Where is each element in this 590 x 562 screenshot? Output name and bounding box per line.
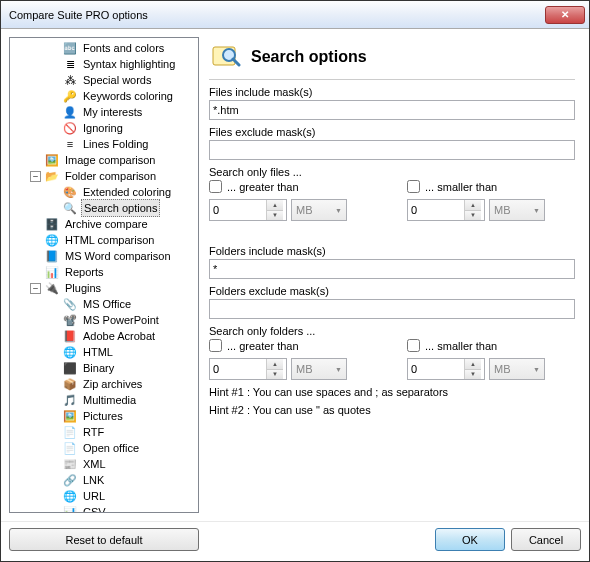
tree-item[interactable]: 🖼️Pictures: [10, 408, 198, 424]
files-exclude-label: Files exclude mask(s): [209, 126, 575, 138]
tree-item-label: RTF: [81, 424, 106, 440]
divider: [209, 79, 575, 80]
spin-down-icon[interactable]: ▼: [266, 370, 283, 380]
tree-item[interactable]: 📊Reports: [10, 264, 198, 280]
window-title: Compare Suite PRO options: [9, 9, 545, 21]
tree-item[interactable]: −🔌Plugins: [10, 280, 198, 296]
folders-smaller-spin[interactable]: ▲▼: [407, 358, 485, 380]
tree-item[interactable]: 📽️MS PowerPoint: [10, 312, 198, 328]
tree-item[interactable]: 🌐HTML: [10, 344, 198, 360]
folders-greater-spin[interactable]: ▲▼: [209, 358, 287, 380]
spin-up-icon[interactable]: ▲: [266, 200, 283, 211]
tree-item-label: Syntax highlighting: [81, 56, 177, 72]
tree-item[interactable]: 👤My interests: [10, 104, 198, 120]
tree-item-icon: 📄: [62, 424, 78, 440]
tree-item-label: MS Office: [81, 296, 133, 312]
folders-smaller-checkbox[interactable]: [407, 339, 420, 352]
files-greater-label: ... greater than: [227, 181, 299, 193]
folders-greater-unit[interactable]: MB▼: [291, 358, 347, 380]
folders-greater-value[interactable]: [210, 359, 266, 379]
tree-item-label: Pictures: [81, 408, 125, 424]
files-include-input[interactable]: [209, 100, 575, 120]
tree-item[interactable]: ≣Syntax highlighting: [10, 56, 198, 72]
tree-item-icon: 📦: [62, 376, 78, 392]
spin-up-icon[interactable]: ▲: [266, 359, 283, 370]
tree-item[interactable]: −📂Folder comparison: [10, 168, 198, 184]
tree-item-label: Folder comparison: [63, 168, 158, 184]
tree-item[interactable]: 📊CSV: [10, 504, 198, 513]
tree-item[interactable]: 🎨Extended coloring: [10, 184, 198, 200]
tree-item-label: Lines Folding: [81, 136, 150, 152]
tree-item[interactable]: 📘MS Word comparison: [10, 248, 198, 264]
close-button[interactable]: ✕: [545, 6, 585, 24]
tree-item[interactable]: 🖼️Image comparison: [10, 152, 198, 168]
cancel-button[interactable]: Cancel: [511, 528, 581, 551]
files-smaller-checkbox[interactable]: [407, 180, 420, 193]
tree-item[interactable]: 🚫Ignoring: [10, 120, 198, 136]
spin-down-icon[interactable]: ▼: [266, 211, 283, 221]
tree-item-label: CSV: [81, 504, 108, 513]
tree-item[interactable]: 🎵Multimedia: [10, 392, 198, 408]
folders-greater-label: ... greater than: [227, 340, 299, 352]
tree-item-icon: ⬛: [62, 360, 78, 376]
spin-up-icon[interactable]: ▲: [464, 359, 481, 370]
tree-item-icon: 📰: [62, 456, 78, 472]
tree-item-icon: 🔑: [62, 88, 78, 104]
tree-item-label: Zip archives: [81, 376, 144, 392]
spin-up-icon[interactable]: ▲: [464, 200, 481, 211]
tree-item-icon: 🎨: [62, 184, 78, 200]
tree-toggle-icon[interactable]: −: [30, 283, 41, 294]
reset-button[interactable]: Reset to default: [9, 528, 199, 551]
tree-item[interactable]: 🔗LNK: [10, 472, 198, 488]
tree-item[interactable]: 🔤Fonts and colors: [10, 40, 198, 56]
files-greater-spin[interactable]: ▲▼: [209, 199, 287, 221]
tree-item-icon: 📕: [62, 328, 78, 344]
files-greater-value[interactable]: [210, 200, 266, 220]
tree-item[interactable]: 📄RTF: [10, 424, 198, 440]
folders-exclude-label: Folders exclude mask(s): [209, 285, 575, 297]
files-smaller-spin[interactable]: ▲▼: [407, 199, 485, 221]
chevron-down-icon: ▼: [335, 207, 342, 214]
tree-item[interactable]: 🌐URL: [10, 488, 198, 504]
tree-item[interactable]: 📰XML: [10, 456, 198, 472]
tree-item-icon: ≣: [62, 56, 78, 72]
spin-down-icon[interactable]: ▼: [464, 370, 481, 380]
tree-item-icon: 🌐: [62, 344, 78, 360]
files-smaller-label: ... smaller than: [425, 181, 497, 193]
tree-item[interactable]: ⬛Binary: [10, 360, 198, 376]
tree-item-label: Special words: [81, 72, 153, 88]
close-icon: ✕: [561, 9, 569, 20]
options-tree[interactable]: 🔤Fonts and colors≣Syntax highlighting⁂Sp…: [9, 37, 199, 513]
folders-greater-checkbox[interactable]: [209, 339, 222, 352]
tree-item[interactable]: 🗄️Archive compare: [10, 216, 198, 232]
files-smaller-value[interactable]: [408, 200, 464, 220]
tree-item-icon: 🔤: [62, 40, 78, 56]
files-greater-unit[interactable]: MB▼: [291, 199, 347, 221]
files-exclude-input[interactable]: [209, 140, 575, 160]
tree-item-icon: ≡: [62, 136, 78, 152]
tree-item[interactable]: 📦Zip archives: [10, 376, 198, 392]
tree-item-icon: 🌐: [44, 232, 60, 248]
tree-item-label: Adobe Acrobat: [81, 328, 157, 344]
tree-item[interactable]: 🌐HTML comparison: [10, 232, 198, 248]
search-options-icon: [209, 41, 241, 73]
folders-include-input[interactable]: [209, 259, 575, 279]
tree-item-icon: 🚫: [62, 120, 78, 136]
folders-smaller-value[interactable]: [408, 359, 464, 379]
folders-smaller-unit[interactable]: MB▼: [489, 358, 545, 380]
tree-item[interactable]: ⁂Special words: [10, 72, 198, 88]
tree-item[interactable]: 🔑Keywords coloring: [10, 88, 198, 104]
files-greater-checkbox[interactable]: [209, 180, 222, 193]
tree-item-icon: 📽️: [62, 312, 78, 328]
tree-toggle-icon[interactable]: −: [30, 171, 41, 182]
files-smaller-unit[interactable]: MB▼: [489, 199, 545, 221]
folders-exclude-input[interactable]: [209, 299, 575, 319]
spin-down-icon[interactable]: ▼: [464, 211, 481, 221]
ok-button[interactable]: OK: [435, 528, 505, 551]
tree-item[interactable]: 📎MS Office: [10, 296, 198, 312]
tree-item[interactable]: ≡Lines Folding: [10, 136, 198, 152]
tree-item[interactable]: 📄Open office: [10, 440, 198, 456]
tree-item[interactable]: 📕Adobe Acrobat: [10, 328, 198, 344]
tree-item[interactable]: 🔍Search options: [10, 200, 198, 216]
tree-item-label: MS Word comparison: [63, 248, 173, 264]
